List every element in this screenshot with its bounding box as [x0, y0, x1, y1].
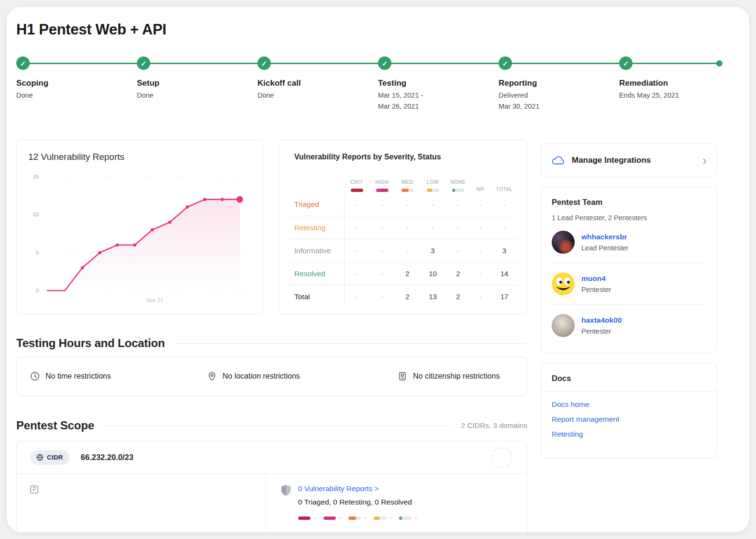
cloud-icon — [551, 155, 565, 166]
scope-severity-none: - — [399, 514, 417, 522]
docs-home-link[interactable]: Docs home — [552, 400, 706, 409]
cell: - — [420, 193, 445, 216]
member-role: Pentester — [581, 327, 622, 335]
location-pin-icon — [207, 371, 217, 381]
value: - — [415, 514, 417, 522]
check-icon: ✓ — [619, 56, 633, 70]
severity-pill-crit — [298, 517, 311, 520]
cell: 2 — [445, 262, 471, 285]
row-label: Triaged — [288, 193, 344, 216]
value: - — [339, 514, 342, 522]
timeline-step-reporting: ✓ Reporting Delivered Mar 30, 2021 — [499, 56, 619, 110]
step-sub: Done — [257, 91, 378, 99]
severity-col-high: HIGH — [369, 172, 395, 193]
timeline-step-kickoff: ✓ Kickoff call Done — [257, 56, 378, 110]
scope-severity-low: - — [374, 514, 392, 522]
cell: 2 — [395, 262, 420, 285]
main-column: 12 Vulnerability Reports 051015Mar 21 Vu… — [16, 140, 527, 532]
citizenship-restriction-label: No citizenship restrictions — [413, 372, 500, 381]
cell: 17 — [490, 285, 519, 308]
scope-summary: 2 CIDRs, 3 domains — [461, 421, 527, 430]
scope-severity-high: - — [323, 514, 342, 522]
severity-table-card: Vulnerability Reports by Severity, Statu… — [278, 140, 527, 314]
cell: - — [445, 193, 471, 216]
cell: - — [471, 262, 490, 285]
scope-severity-med: - — [348, 514, 367, 522]
chevron-right-icon[interactable]: › — [702, 154, 707, 167]
member-name-link[interactable]: haxta4ok00 — [581, 316, 622, 325]
scope-detail-row: 0 Vulnerability Reports > 0 Triaged, 0 R… — [17, 474, 527, 532]
manage-integrations-card[interactable]: Manage Integrations › — [541, 144, 717, 177]
svg-text:0: 0 — [36, 288, 39, 293]
report-management-link[interactable]: Report management — [552, 415, 706, 424]
location-restriction-item: No location restrictions — [207, 371, 398, 381]
severity-col-none: NONE — [445, 172, 471, 193]
step-label: Reporting — [499, 79, 619, 88]
avatar-muon4[interactable] — [552, 272, 575, 295]
step-label: Setup — [137, 79, 257, 88]
testing-hours-section-head: Testing Hours and Location — [16, 337, 527, 350]
cell: - — [344, 239, 369, 262]
step-label: Scoping — [16, 79, 137, 88]
divider — [174, 343, 527, 344]
severity-table-body: Triaged-------Retesting-------Informativ… — [288, 193, 518, 308]
location-restriction-label: No location restrictions — [222, 372, 300, 381]
member-role: Pentester — [581, 286, 611, 293]
severity-pill-none — [452, 189, 465, 192]
cell: - — [344, 216, 369, 239]
severity-col-nr: NR — [471, 172, 490, 193]
cell: - — [395, 193, 420, 216]
cell: - — [344, 193, 369, 216]
clock-icon — [30, 371, 40, 381]
scope-asset-row[interactable]: CIDR 66.232.20.0/23 — [17, 441, 527, 474]
check-icon: ✓ — [378, 56, 391, 70]
value: - — [364, 514, 367, 522]
svg-text:10: 10 — [33, 212, 39, 217]
timeline-step-setup: ✓ Setup Done — [137, 56, 257, 110]
scope-severity-pills: ----- — [298, 514, 417, 522]
severity-col-low: LOW — [420, 172, 445, 193]
cell: - — [369, 285, 395, 308]
avatar-haxta4ok00[interactable] — [552, 314, 575, 337]
cell: 2 — [445, 285, 471, 308]
time-restriction-item: No time restrictions — [30, 371, 207, 381]
step-sub: Mar 15, 2021 - — [378, 91, 499, 99]
cell: - — [471, 193, 490, 216]
team-member-row: muon4 Pentester — [552, 263, 706, 304]
svg-text:Mar 21: Mar 21 — [147, 297, 163, 303]
cell: 14 — [490, 262, 519, 285]
step-sub: Done — [137, 91, 257, 99]
timeline-step-testing: ✓ Testing Mar 15, 2021 - Mar 26, 2021 — [378, 56, 499, 110]
severity-row-triaged: Triaged------- — [288, 193, 518, 216]
pentest-dashboard: H1 Pentest Web + API ✓ Scoping Done ✓ Se… — [7, 7, 749, 532]
row-label: Total — [288, 285, 344, 308]
pentest-team-card: Pentest Team 1 Lead Pentester, 2 Pentest… — [541, 187, 717, 353]
check-icon: ✓ — [16, 56, 30, 70]
cidr-badge: CIDR — [30, 450, 69, 465]
member-name-link[interactable]: whhackersbr — [581, 233, 628, 241]
severity-col-total: TOTAL — [490, 172, 519, 193]
cell: - — [420, 216, 445, 239]
step-sub: Delivered — [499, 91, 619, 99]
retesting-link[interactable]: Retesting — [552, 430, 706, 438]
step-label: Testing — [378, 79, 499, 88]
member-name-link[interactable]: muon4 — [581, 274, 611, 283]
severity-col-med: MED — [395, 172, 420, 193]
pentest-scope-section-head: Pentest Scope 2 CIDRs, 3 domains — [16, 419, 527, 432]
checklist-icon — [29, 484, 266, 494]
pentest-team-subtitle: 1 Lead Pentester, 2 Pentesters — [552, 214, 706, 222]
cell: - — [344, 262, 369, 285]
timeline-step-remediation: ✓ Remediation Ends May 25, 2021 — [619, 56, 740, 110]
avatar-whhackersbr[interactable] — [552, 231, 575, 254]
scope-left-panel — [17, 474, 266, 532]
cell: - — [490, 216, 519, 239]
severity-row-retesting: Retesting------- — [288, 216, 518, 239]
page-title: H1 Pentest Web + API — [16, 21, 740, 38]
vuln-reports-link[interactable]: 0 Vulnerability Reports > — [298, 484, 417, 493]
cell: - — [369, 193, 395, 216]
cell: 3 — [490, 239, 519, 262]
vuln-reports-summary: 0 Triaged, 0 Retesting, 0 Resolved — [298, 498, 417, 506]
pentest-team-heading: Pentest Team — [552, 198, 706, 207]
vuln-reports-chart-card: 12 Vulnerability Reports 051015Mar 21 — [16, 140, 264, 314]
severity-col-crit: CRIT — [344, 172, 369, 193]
